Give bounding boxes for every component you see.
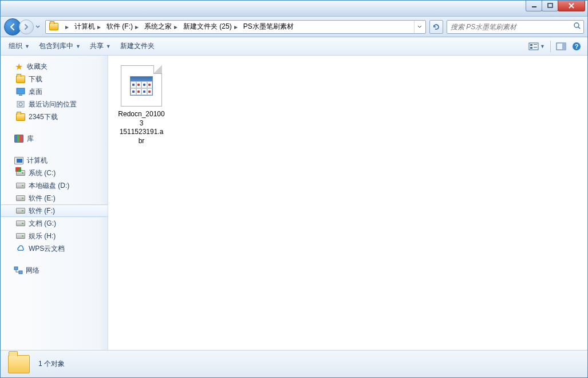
share-label: 共享 bbox=[90, 41, 104, 51]
sidebar-item-drive-e[interactable]: 软件 (E:) bbox=[1, 192, 108, 204]
svg-rect-13 bbox=[19, 94, 22, 96]
command-bar: 组织 ▼ 包含到库中 ▼ 共享 ▼ 新建文件夹 ▼ ? bbox=[1, 37, 587, 56]
organize-button[interactable]: 组织 ▼ bbox=[4, 39, 34, 53]
chevron-down-icon bbox=[35, 25, 40, 29]
network-label: 网络 bbox=[26, 266, 40, 275]
crumb-folder-current[interactable]: PS水墨笔刷素材 bbox=[241, 21, 295, 33]
address-dropdown[interactable] bbox=[414, 21, 424, 33]
crumb-folder-1[interactable]: 系统之家▸ bbox=[142, 21, 181, 33]
minimize-button[interactable] bbox=[526, 1, 542, 11]
chevron-down-icon: ▼ bbox=[25, 44, 30, 49]
preview-pane-icon bbox=[556, 42, 566, 50]
close-button[interactable] bbox=[558, 1, 585, 11]
forward-button[interactable] bbox=[19, 19, 34, 34]
sidebar-item-drive-d[interactable]: 本地磁盘 (D:) bbox=[1, 179, 108, 192]
navigation-pane[interactable]: ★ 收藏夹 下载 桌面 最近访问的位置 2345下载 bbox=[1, 56, 108, 350]
close-icon bbox=[568, 3, 575, 9]
preview-pane-button[interactable] bbox=[553, 41, 569, 52]
sidebar-item-label: 本地磁盘 (D:) bbox=[29, 181, 69, 191]
network-group: 网络 bbox=[1, 264, 108, 277]
file-name: Redocn_201003 1511523191.abr bbox=[118, 110, 165, 145]
maximize-button[interactable] bbox=[542, 1, 558, 11]
sidebar-item-network[interactable]: 网络 bbox=[1, 264, 108, 277]
crumb-label: 新建文件夹 (25) bbox=[183, 22, 232, 32]
computer-label: 计算机 bbox=[27, 156, 48, 166]
drive-icon bbox=[15, 218, 26, 229]
folder-icon bbox=[15, 112, 26, 122]
crumb-drive-f[interactable]: 软件 (F:)▸ bbox=[104, 21, 142, 33]
computer-icon bbox=[14, 155, 24, 166]
crumb-folder-2[interactable]: 新建文件夹 (25)▸ bbox=[181, 21, 241, 33]
explorer-window: ▸ 计算机▸ 软件 (F:)▸ 系统之家▸ 新建文件夹 (25)▸ PS水墨笔刷… bbox=[0, 0, 588, 378]
titlebar bbox=[1, 1, 587, 17]
status-bar: 1 个对象 bbox=[1, 350, 587, 377]
help-icon: ? bbox=[572, 42, 581, 51]
new-folder-button[interactable]: 新建文件夹 bbox=[116, 39, 159, 53]
sidebar-item-computer[interactable]: 计算机 bbox=[1, 154, 108, 167]
folder-icon bbox=[15, 74, 26, 84]
share-button[interactable]: 共享 ▼ bbox=[85, 39, 116, 53]
sidebar-item-downloads[interactable]: 下载 bbox=[1, 73, 108, 85]
search-icon[interactable] bbox=[573, 22, 581, 32]
include-in-library-button[interactable]: 包含到库中 ▼ bbox=[34, 39, 85, 53]
sidebar-item-drive-g[interactable]: 文档 (G:) bbox=[1, 217, 108, 230]
file-item[interactable]: Redocn_201003 1511523191.abr bbox=[114, 61, 169, 149]
back-arrow-icon bbox=[8, 22, 17, 32]
sidebar-item-label: 娱乐 (H:) bbox=[29, 231, 56, 241]
svg-point-2 bbox=[574, 23, 579, 27]
folder-large-icon bbox=[6, 353, 31, 376]
status-text: 1 个对象 bbox=[38, 359, 65, 369]
libraries-icon bbox=[14, 133, 24, 144]
sidebar-item-libraries[interactable]: 库 bbox=[1, 132, 108, 145]
svg-rect-1 bbox=[548, 3, 553, 7]
svg-rect-3 bbox=[529, 43, 538, 50]
sidebar-item-drive-h[interactable]: 娱乐 (H:) bbox=[1, 230, 108, 242]
drive-icon bbox=[15, 168, 26, 178]
sidebar-item-label: 2345下载 bbox=[29, 112, 58, 122]
organize-label: 组织 bbox=[9, 41, 22, 51]
svg-rect-4 bbox=[530, 44, 532, 46]
recent-icon bbox=[15, 99, 26, 109]
navigation-bar: ▸ 计算机▸ 软件 (F:)▸ 系统之家▸ 新建文件夹 (25)▸ PS水墨笔刷… bbox=[1, 17, 587, 37]
svg-rect-16 bbox=[14, 267, 18, 270]
sidebar-item-label: 下载 bbox=[29, 74, 42, 84]
include-label: 包含到库中 bbox=[39, 41, 73, 51]
svg-rect-0 bbox=[532, 6, 536, 7]
crumb-label: 计算机 bbox=[74, 22, 95, 32]
minimize-icon bbox=[531, 3, 537, 9]
nav-buttons bbox=[4, 18, 42, 36]
star-icon: ★ bbox=[14, 61, 24, 72]
crumb-root-sep[interactable]: ▸ bbox=[61, 21, 72, 33]
refresh-button[interactable] bbox=[429, 20, 443, 34]
sidebar-item-wps-cloud[interactable]: WPS云文档 bbox=[1, 242, 108, 255]
address-bar[interactable]: ▸ 计算机▸ 软件 (F:)▸ 系统之家▸ 新建文件夹 (25)▸ PS水墨笔刷… bbox=[45, 20, 426, 34]
favorites-group: ★ 收藏夹 下载 桌面 最近访问的位置 2345下载 bbox=[1, 60, 108, 123]
sidebar-item-desktop[interactable]: 桌面 bbox=[1, 85, 108, 98]
crumb-computer[interactable]: 计算机▸ bbox=[72, 21, 104, 33]
file-list-pane[interactable]: Redocn_201003 1511523191.abr bbox=[108, 56, 587, 350]
drive-icon bbox=[15, 206, 26, 216]
sidebar-item-2345[interactable]: 2345下载 bbox=[1, 111, 108, 123]
search-box[interactable] bbox=[447, 20, 584, 34]
sidebar-item-favorites[interactable]: ★ 收藏夹 bbox=[1, 60, 108, 73]
svg-rect-12 bbox=[17, 88, 25, 94]
svg-rect-7 bbox=[534, 47, 537, 48]
help-button[interactable]: ? bbox=[569, 40, 584, 53]
search-input[interactable] bbox=[447, 21, 583, 33]
sidebar-item-recent[interactable]: 最近访问的位置 bbox=[1, 98, 108, 111]
sidebar-item-drive-f[interactable]: 软件 (F:) bbox=[1, 204, 108, 217]
chevron-down-icon: ▼ bbox=[76, 44, 81, 49]
view-options-button[interactable]: ▼ bbox=[526, 41, 548, 52]
network-icon bbox=[14, 267, 23, 274]
sidebar-item-label: 桌面 bbox=[29, 87, 42, 97]
chevron-down-icon: ▼ bbox=[540, 44, 545, 49]
svg-rect-6 bbox=[530, 47, 532, 49]
crumb-label: 软件 (F:) bbox=[106, 22, 133, 32]
nav-history-dropdown[interactable] bbox=[34, 21, 42, 33]
svg-rect-9 bbox=[562, 43, 566, 50]
newfolder-label: 新建文件夹 bbox=[120, 41, 155, 51]
refresh-icon bbox=[432, 23, 440, 31]
sidebar-item-drive-c[interactable]: 系统 (C:) bbox=[1, 167, 108, 179]
sidebar-item-label: 文档 (G:) bbox=[29, 219, 56, 229]
favorites-label: 收藏夹 bbox=[27, 62, 48, 72]
